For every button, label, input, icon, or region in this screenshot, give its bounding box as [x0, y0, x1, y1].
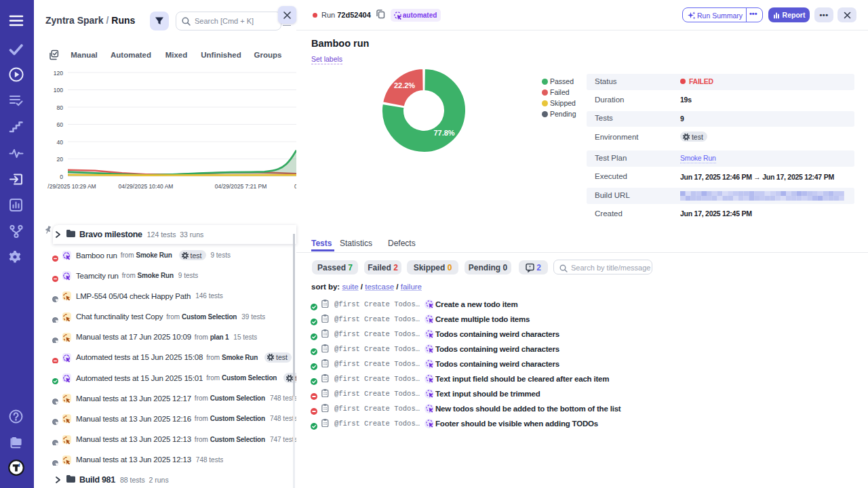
- svg-text:77.8%: 77.8%: [433, 129, 454, 137]
- svg-text:04/29: 04/29: [294, 183, 296, 190]
- svg-text:120: 120: [54, 70, 63, 77]
- svg-text:80: 80: [57, 104, 64, 111]
- svg-text:0: 0: [60, 174, 63, 180]
- svg-text:20: 20: [57, 156, 64, 163]
- svg-text:100: 100: [54, 87, 63, 94]
- svg-text:40: 40: [57, 139, 64, 146]
- svg-text:60: 60: [57, 121, 64, 128]
- svg-text:04/29/2025 7:21 PM: 04/29/2025 7:21 PM: [215, 183, 267, 190]
- svg-text:04/29/2025 10:40 AM: 04/29/2025 10:40 AM: [119, 183, 174, 190]
- svg-text:22.2%: 22.2%: [394, 81, 415, 89]
- svg-text:/29/2025 10:29 AM: /29/2025 10:29 AM: [47, 183, 96, 190]
